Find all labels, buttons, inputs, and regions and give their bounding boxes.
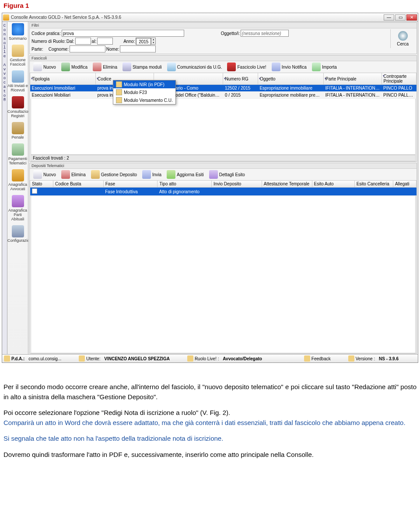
titlebar: Consolle Avvocato GOLD - Net Service S.p… (2, 13, 418, 22)
sort-icon: ▾ (325, 77, 326, 80)
dcol-invio[interactable]: Invio Deposito (211, 181, 262, 188)
sort-icon: ▾ (224, 77, 226, 80)
nav-pagamenti[interactable]: Pagamenti Telematici (7, 142, 28, 168)
dcol-esito-auto[interactable]: Esito Auto (312, 181, 354, 188)
dal-input[interactable] (75, 38, 91, 45)
fascicoli-modifica-button[interactable]: Modifica (59, 62, 90, 72)
nav-atti-inviati[interactable]: Atti Inviati e Ricevuti (7, 69, 28, 95)
live-badge-icon (227, 63, 236, 71)
table-row[interactable]: Esecuzioni Mobiliariprova invio titoli R… (30, 92, 416, 99)
footer-feedback[interactable]: Feedback (304, 355, 331, 362)
new-icon (33, 63, 42, 71)
print-icon (122, 63, 131, 71)
col-numero-rg[interactable]: ▾Numero RG (223, 73, 258, 85)
depositi-nuovo-button[interactable]: Nuovo (31, 170, 59, 179)
menu-modulo-nir[interactable]: Modulo NIR (in PDF) (113, 80, 175, 88)
fascicoli-elimina-button[interactable]: Elimina (90, 62, 120, 72)
col-parte[interactable]: ▾Parte Principale (324, 73, 382, 85)
anno-label: Anno: (123, 39, 135, 44)
figure-label: Figura 1 (0, 0, 420, 11)
dcol-esito-canc[interactable]: Esito Cancelleria (354, 181, 393, 188)
paragraph: Dovremo quindi trasformare l'atto in PDF… (4, 450, 416, 460)
megaphone-icon (167, 63, 176, 71)
mail-icon (12, 70, 24, 83)
dcol-tipo[interactable]: Tipo atto (158, 181, 212, 188)
paragraph: Per il secondo modo occorre creare anche… (4, 382, 416, 402)
document-body: Per il secondo modo occorre creare anche… (0, 365, 420, 469)
stampa-moduli-menu[interactable]: Modulo NIR (in PDF) Modulo F23 Modulo Ve… (113, 80, 176, 104)
fascicoli-live-button[interactable]: Fascicolo Live! (224, 62, 269, 72)
cerca-button[interactable]: Cerca (390, 29, 415, 48)
fascicoli-importa-button[interactable]: Importa (309, 62, 340, 72)
fascicoli-stampa-button[interactable]: Stampa moduli (120, 62, 164, 72)
codice-label: Codice pratica: (32, 31, 61, 36)
close-button[interactable]: ✕ (406, 14, 417, 21)
filtri-title: Filtri (30, 23, 416, 28)
fascicoli-comunicazioni-button[interactable]: Comunicazioni da U.G. (164, 62, 225, 72)
role-icon (187, 355, 193, 362)
nav-consultazione[interactable]: Consultazione Registri (7, 95, 28, 121)
spin-up-icon[interactable]: ▲ (151, 38, 155, 41)
nav-anagrafica-avv[interactable]: Anagrafica Avvocati (7, 168, 28, 194)
sort-icon: ▾ (259, 77, 261, 80)
fascicoli-empty-area (31, 99, 416, 155)
cognome-input[interactable] (70, 45, 105, 52)
nome-label: Nome: (106, 47, 119, 52)
feedback-icon (304, 355, 310, 362)
anno-spinner[interactable]: ▲▼ (136, 38, 156, 45)
sort-icon: ▾ (31, 77, 33, 80)
fascicoli-trovati: Fascicoli trovati : 2 (31, 155, 416, 161)
depositi-toolbar: Nuovo Elimina Gestione Deposito Invia Ag… (30, 169, 416, 180)
col-tipologia[interactable]: ▾Tipologia (30, 73, 96, 85)
oggetto-input[interactable] (241, 30, 289, 37)
app-window: Consolle Avvocato GOLD - Net Service S.p… (2, 13, 418, 363)
codice-input[interactable] (62, 30, 184, 37)
fascicoli-invio-button[interactable]: Invio Notifica (269, 62, 309, 72)
send-icon (272, 63, 280, 71)
nome-input[interactable] (120, 45, 156, 52)
dcol-allegati[interactable]: Allegati (393, 181, 416, 188)
depositi-invia-button[interactable]: Invia (140, 170, 164, 179)
depositi-title: Depositi Telematici (30, 163, 416, 169)
menu-modulo-versamento[interactable]: Modulo Versamento C.U. (113, 96, 175, 104)
nav-sommario[interactable]: Sommario (7, 22, 28, 43)
al-input[interactable] (97, 38, 113, 45)
footer-pda: P.d.A.: como.ul.consig... (4, 355, 61, 362)
depositi-empty-area (31, 196, 416, 353)
col-controparte[interactable]: ▾Controparte Principale (382, 73, 416, 85)
nav-penale[interactable]: Penale (7, 121, 28, 142)
depositi-gestione-button[interactable]: Gestione Deposito (88, 170, 140, 179)
fascicoli-table[interactable]: ▾Tipologia ▾Codice ▾Numero RG ▾Oggetto ▾… (30, 73, 416, 99)
table-row[interactable]: Fase Introduttiva Atto di pignoramento (30, 188, 416, 196)
footer-ruolo: Ruolo Live! : Avvocato/Delegato (187, 355, 262, 362)
depositi-table[interactable]: Stato Codice Busta Fase Tipo atto Invio … (30, 180, 416, 196)
window-title: Consolle Avvocato GOLD - Net Service S.p… (11, 15, 383, 20)
nav-configurazione[interactable]: Configurazione (7, 224, 28, 245)
fascicoli-title: Fascicoli (30, 56, 416, 61)
paragraph: Poi occorre selezionare l'opzione "Redig… (4, 408, 416, 428)
dcol-stato[interactable]: Stato (30, 181, 53, 188)
dal-label: Dal: (66, 39, 74, 44)
plug-icon (4, 355, 10, 362)
col-oggetto[interactable]: ▾Oggetto (258, 73, 323, 85)
folder-icon (12, 45, 24, 57)
user-icon (79, 355, 85, 362)
table-row[interactable]: Esecuzioni Immobiliariprova invio titoli… (30, 85, 416, 92)
depositi-aggiorna-button[interactable]: Aggiorna Esiti (164, 170, 206, 179)
fascicoli-nuovo-button[interactable]: Nuovo (31, 62, 59, 72)
dcol-attest[interactable]: Attestazione Temporale (262, 181, 312, 188)
depositi-dettagli-button[interactable]: Dettagli Esito (206, 170, 248, 179)
anno-input[interactable] (136, 38, 151, 45)
dcol-busta[interactable]: Codice Busta (53, 181, 103, 188)
spin-down-icon[interactable]: ▼ (151, 41, 155, 44)
menu-modulo-f23[interactable]: Modulo F23 (113, 88, 175, 96)
send-icon (142, 170, 151, 179)
depositi-elimina-button[interactable]: Elimina (59, 170, 88, 179)
nav-anagrafica-parti[interactable]: Anagrafica Parti Abituali (7, 194, 28, 224)
minimize-button[interactable]: — (384, 14, 394, 21)
maximize-button[interactable]: ▭ (395, 14, 406, 21)
nav-gestione-fascicoli[interactable]: Gestione Fascicoli (7, 43, 28, 69)
pdf-icon (116, 81, 122, 87)
statusbar: P.d.A.: como.ul.consig... Utente: VINCEN… (2, 354, 418, 362)
dcol-fase[interactable]: Fase (103, 181, 158, 188)
